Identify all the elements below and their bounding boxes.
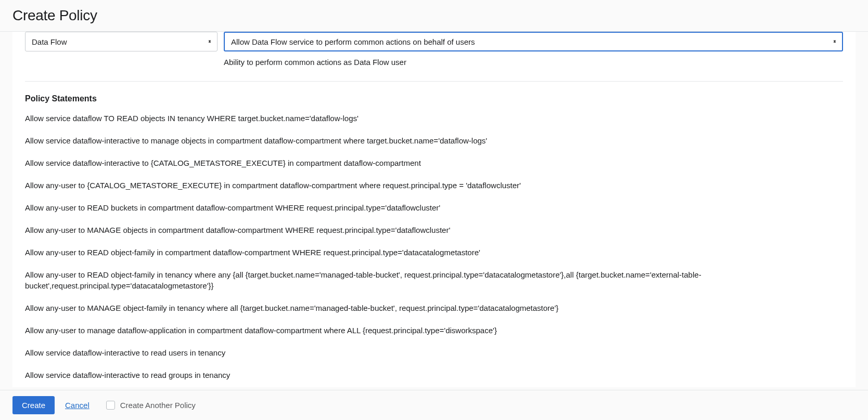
policy-builder-row: Data Flow Allow Data Flow service to per… [25, 32, 843, 51]
policy-statement: Allow service dataflow-interactive to ma… [25, 135, 843, 146]
policy-statement: Allow any-user to {CATALOG_METASTORE_EXE… [25, 180, 843, 191]
use-case-helper: Ability to perform common actions as Dat… [224, 58, 843, 67]
create-another-row: Create Another Policy [106, 401, 196, 410]
footer-bar: Create Cancel Create Another Policy [0, 390, 868, 420]
policy-statement: Allow any-user to READ object-family in … [25, 269, 843, 291]
policy-statements-list: Allow service dataflow TO READ objects I… [25, 113, 843, 380]
service-select[interactable]: Data Flow [25, 32, 218, 51]
policy-statement: Allow service dataflow-interactive to {C… [25, 158, 843, 168]
policy-statement: Allow any-user to MANAGE object-family i… [25, 303, 843, 313]
cancel-link[interactable]: Cancel [65, 401, 90, 410]
policy-statement: Allow service dataflow-interactive to re… [25, 370, 843, 380]
policy-statement: Allow any-user to manage dataflow-applic… [25, 325, 843, 336]
use-case-select-value: Allow Data Flow service to perform commo… [231, 37, 475, 46]
content-area: Data Flow Allow Data Flow service to per… [12, 32, 856, 387]
page-title: Create Policy [12, 7, 856, 24]
divider [25, 81, 843, 82]
policy-statements-heading: Policy Statements [25, 94, 843, 103]
create-another-label: Create Another Policy [120, 401, 196, 410]
create-button[interactable]: Create [12, 396, 55, 414]
page-header: Create Policy [0, 0, 868, 32]
policy-statement: Allow any-user to READ buckets in compar… [25, 202, 843, 213]
policy-statement: Allow any-user to READ object-family in … [25, 247, 843, 258]
use-case-select[interactable]: Allow Data Flow service to perform commo… [224, 32, 843, 51]
service-select-value: Data Flow [32, 37, 67, 46]
policy-statement: Allow service dataflow-interactive to re… [25, 347, 843, 358]
create-another-checkbox[interactable] [106, 401, 115, 410]
policy-statement: Allow any-user to MANAGE objects in comp… [25, 225, 843, 235]
policy-statement: Allow service dataflow TO READ objects I… [25, 113, 843, 124]
